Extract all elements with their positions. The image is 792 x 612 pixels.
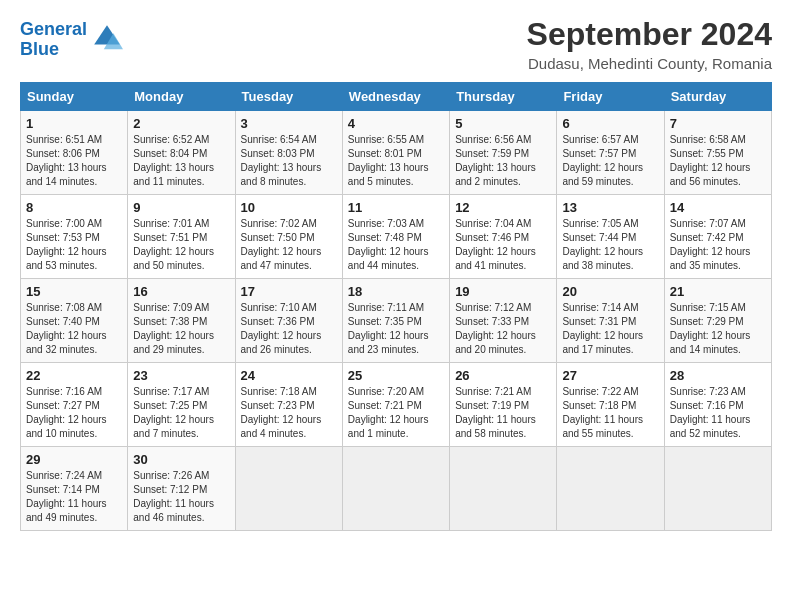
column-header-friday: Friday — [557, 83, 664, 111]
day-number: 18 — [348, 284, 444, 299]
day-info: Sunrise: 7:17 AMSunset: 7:25 PMDaylight:… — [133, 385, 229, 441]
day-info: Sunrise: 6:54 AMSunset: 8:03 PMDaylight:… — [241, 133, 337, 189]
calendar-cell: 13Sunrise: 7:05 AMSunset: 7:44 PMDayligh… — [557, 195, 664, 279]
calendar-week-2: 8Sunrise: 7:00 AMSunset: 7:53 PMDaylight… — [21, 195, 772, 279]
day-info: Sunrise: 7:02 AMSunset: 7:50 PMDaylight:… — [241, 217, 337, 273]
day-info: Sunrise: 7:00 AMSunset: 7:53 PMDaylight:… — [26, 217, 122, 273]
day-info: Sunrise: 6:58 AMSunset: 7:55 PMDaylight:… — [670, 133, 766, 189]
day-info: Sunrise: 7:24 AMSunset: 7:14 PMDaylight:… — [26, 469, 122, 525]
calendar-cell: 27Sunrise: 7:22 AMSunset: 7:18 PMDayligh… — [557, 363, 664, 447]
day-number: 6 — [562, 116, 658, 131]
logo-blue: Blue — [20, 39, 59, 59]
day-number: 10 — [241, 200, 337, 215]
day-info: Sunrise: 7:07 AMSunset: 7:42 PMDaylight:… — [670, 217, 766, 273]
calendar-cell: 25Sunrise: 7:20 AMSunset: 7:21 PMDayligh… — [342, 363, 449, 447]
day-number: 9 — [133, 200, 229, 215]
day-info: Sunrise: 7:08 AMSunset: 7:40 PMDaylight:… — [26, 301, 122, 357]
day-info: Sunrise: 7:18 AMSunset: 7:23 PMDaylight:… — [241, 385, 337, 441]
subtitle: Dudasu, Mehedinti County, Romania — [527, 55, 772, 72]
calendar-cell: 9Sunrise: 7:01 AMSunset: 7:51 PMDaylight… — [128, 195, 235, 279]
day-number: 25 — [348, 368, 444, 383]
day-info: Sunrise: 6:52 AMSunset: 8:04 PMDaylight:… — [133, 133, 229, 189]
day-number: 22 — [26, 368, 122, 383]
day-info: Sunrise: 7:04 AMSunset: 7:46 PMDaylight:… — [455, 217, 551, 273]
day-number: 13 — [562, 200, 658, 215]
day-number: 14 — [670, 200, 766, 215]
calendar-cell: 28Sunrise: 7:23 AMSunset: 7:16 PMDayligh… — [664, 363, 771, 447]
calendar-cell: 30Sunrise: 7:26 AMSunset: 7:12 PMDayligh… — [128, 447, 235, 531]
day-number: 19 — [455, 284, 551, 299]
day-number: 8 — [26, 200, 122, 215]
day-number: 21 — [670, 284, 766, 299]
day-number: 11 — [348, 200, 444, 215]
calendar-cell: 20Sunrise: 7:14 AMSunset: 7:31 PMDayligh… — [557, 279, 664, 363]
calendar-cell: 5Sunrise: 6:56 AMSunset: 7:59 PMDaylight… — [450, 111, 557, 195]
day-number: 16 — [133, 284, 229, 299]
page-title: September 2024 — [527, 16, 772, 53]
day-number: 29 — [26, 452, 122, 467]
day-number: 7 — [670, 116, 766, 131]
calendar-cell: 3Sunrise: 6:54 AMSunset: 8:03 PMDaylight… — [235, 111, 342, 195]
day-info: Sunrise: 7:22 AMSunset: 7:18 PMDaylight:… — [562, 385, 658, 441]
header: General Blue September 2024 Dudasu, Mehe… — [20, 16, 772, 72]
calendar-cell — [557, 447, 664, 531]
calendar-cell: 16Sunrise: 7:09 AMSunset: 7:38 PMDayligh… — [128, 279, 235, 363]
day-number: 26 — [455, 368, 551, 383]
calendar-cell — [664, 447, 771, 531]
calendar-cell: 15Sunrise: 7:08 AMSunset: 7:40 PMDayligh… — [21, 279, 128, 363]
title-area: September 2024 Dudasu, Mehedinti County,… — [527, 16, 772, 72]
calendar-cell: 26Sunrise: 7:21 AMSunset: 7:19 PMDayligh… — [450, 363, 557, 447]
day-number: 5 — [455, 116, 551, 131]
calendar-cell: 21Sunrise: 7:15 AMSunset: 7:29 PMDayligh… — [664, 279, 771, 363]
day-info: Sunrise: 7:16 AMSunset: 7:27 PMDaylight:… — [26, 385, 122, 441]
column-header-saturday: Saturday — [664, 83, 771, 111]
calendar-cell: 4Sunrise: 6:55 AMSunset: 8:01 PMDaylight… — [342, 111, 449, 195]
day-number: 3 — [241, 116, 337, 131]
calendar-header-row: SundayMondayTuesdayWednesdayThursdayFrid… — [21, 83, 772, 111]
day-number: 1 — [26, 116, 122, 131]
day-number: 17 — [241, 284, 337, 299]
calendar-week-3: 15Sunrise: 7:08 AMSunset: 7:40 PMDayligh… — [21, 279, 772, 363]
day-info: Sunrise: 7:21 AMSunset: 7:19 PMDaylight:… — [455, 385, 551, 441]
column-header-sunday: Sunday — [21, 83, 128, 111]
logo: General Blue — [20, 20, 123, 60]
calendar-cell: 24Sunrise: 7:18 AMSunset: 7:23 PMDayligh… — [235, 363, 342, 447]
day-info: Sunrise: 7:26 AMSunset: 7:12 PMDaylight:… — [133, 469, 229, 525]
calendar-cell — [450, 447, 557, 531]
day-number: 2 — [133, 116, 229, 131]
day-number: 4 — [348, 116, 444, 131]
day-number: 28 — [670, 368, 766, 383]
day-info: Sunrise: 6:57 AMSunset: 7:57 PMDaylight:… — [562, 133, 658, 189]
column-header-monday: Monday — [128, 83, 235, 111]
logo-general: General — [20, 19, 87, 39]
day-number: 20 — [562, 284, 658, 299]
column-header-tuesday: Tuesday — [235, 83, 342, 111]
calendar-cell: 7Sunrise: 6:58 AMSunset: 7:55 PMDaylight… — [664, 111, 771, 195]
day-info: Sunrise: 7:20 AMSunset: 7:21 PMDaylight:… — [348, 385, 444, 441]
calendar-cell: 12Sunrise: 7:04 AMSunset: 7:46 PMDayligh… — [450, 195, 557, 279]
calendar-cell: 8Sunrise: 7:00 AMSunset: 7:53 PMDaylight… — [21, 195, 128, 279]
day-number: 12 — [455, 200, 551, 215]
column-header-wednesday: Wednesday — [342, 83, 449, 111]
calendar-cell: 29Sunrise: 7:24 AMSunset: 7:14 PMDayligh… — [21, 447, 128, 531]
calendar-week-1: 1Sunrise: 6:51 AMSunset: 8:06 PMDaylight… — [21, 111, 772, 195]
day-number: 27 — [562, 368, 658, 383]
day-number: 15 — [26, 284, 122, 299]
day-info: Sunrise: 6:51 AMSunset: 8:06 PMDaylight:… — [26, 133, 122, 189]
day-info: Sunrise: 7:11 AMSunset: 7:35 PMDaylight:… — [348, 301, 444, 357]
day-info: Sunrise: 7:14 AMSunset: 7:31 PMDaylight:… — [562, 301, 658, 357]
day-info: Sunrise: 7:05 AMSunset: 7:44 PMDaylight:… — [562, 217, 658, 273]
calendar-cell: 6Sunrise: 6:57 AMSunset: 7:57 PMDaylight… — [557, 111, 664, 195]
day-info: Sunrise: 7:12 AMSunset: 7:33 PMDaylight:… — [455, 301, 551, 357]
day-info: Sunrise: 7:23 AMSunset: 7:16 PMDaylight:… — [670, 385, 766, 441]
calendar-cell: 14Sunrise: 7:07 AMSunset: 7:42 PMDayligh… — [664, 195, 771, 279]
calendar-week-5: 29Sunrise: 7:24 AMSunset: 7:14 PMDayligh… — [21, 447, 772, 531]
day-info: Sunrise: 7:03 AMSunset: 7:48 PMDaylight:… — [348, 217, 444, 273]
calendar-table: SundayMondayTuesdayWednesdayThursdayFrid… — [20, 82, 772, 531]
calendar-cell: 2Sunrise: 6:52 AMSunset: 8:04 PMDaylight… — [128, 111, 235, 195]
calendar-cell: 10Sunrise: 7:02 AMSunset: 7:50 PMDayligh… — [235, 195, 342, 279]
calendar-cell: 17Sunrise: 7:10 AMSunset: 7:36 PMDayligh… — [235, 279, 342, 363]
day-number: 30 — [133, 452, 229, 467]
day-info: Sunrise: 7:01 AMSunset: 7:51 PMDaylight:… — [133, 217, 229, 273]
calendar-cell — [235, 447, 342, 531]
